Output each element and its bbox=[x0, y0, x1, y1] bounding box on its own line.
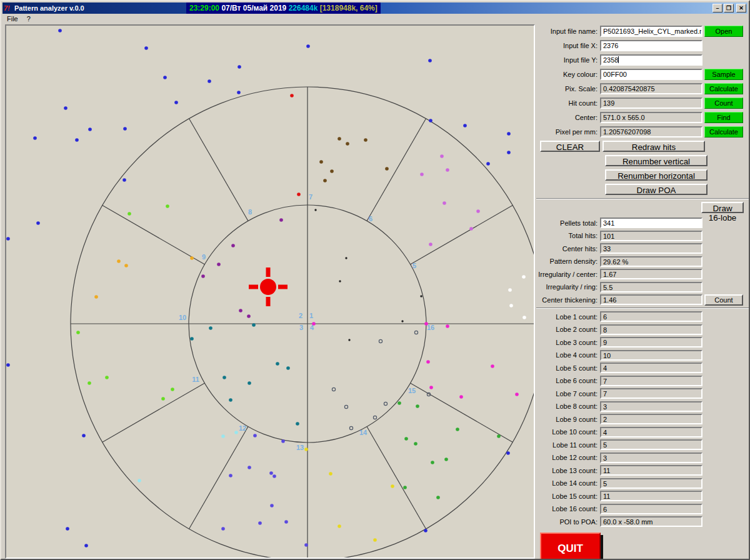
calculate-button-pix-scale[interactable]: Calculate bbox=[704, 83, 743, 94]
hit-dot bbox=[252, 323, 256, 327]
field-label-lobe-11-count: Lobe 11 count: bbox=[536, 441, 600, 449]
hit-dot bbox=[332, 388, 335, 391]
redraw-hits-button[interactable]: Redraw hits bbox=[602, 141, 705, 152]
field-value-lobe-3-count: 9 bbox=[600, 337, 702, 348]
field-value-lobe-2-count: 8 bbox=[600, 324, 702, 335]
hit-dot bbox=[138, 479, 141, 482]
field-value-lobe-7-count: 7 bbox=[600, 388, 702, 399]
hit-dot bbox=[33, 136, 37, 140]
count-button-hit-count[interactable]: Count bbox=[704, 98, 743, 109]
hit-dot bbox=[314, 209, 316, 211]
sector-line-30 bbox=[411, 206, 513, 265]
sector-line-210 bbox=[102, 383, 205, 442]
hit-dot bbox=[379, 339, 382, 342]
field-row-lobe-5-count: Lobe 5 count:4 bbox=[536, 362, 749, 373]
hit-dot bbox=[330, 169, 334, 173]
hit-dot bbox=[486, 162, 490, 166]
lobe-label-3: 3 bbox=[299, 324, 303, 331]
dot-group-teal-center3 bbox=[190, 323, 299, 426]
count-button-center-thickening[interactable]: Count bbox=[704, 294, 743, 306]
field-value-pellets-total[interactable]: 341 bbox=[600, 218, 702, 228]
lobe-label-10: 10 bbox=[179, 314, 186, 321]
poa-cross-arm bbox=[249, 285, 258, 289]
minimize-button[interactable]: – bbox=[712, 4, 722, 12]
draw-16-lobe-button[interactable]: Draw 16-lobe bbox=[701, 202, 744, 213]
hit-dot bbox=[190, 256, 194, 260]
hit-dot bbox=[364, 138, 368, 142]
field-value-key-colour[interactable]: 00FF00 bbox=[600, 69, 702, 80]
menu-help[interactable]: ? bbox=[22, 14, 35, 23]
hit-dot bbox=[446, 324, 449, 328]
hit-dot bbox=[163, 76, 167, 79]
close-button[interactable]: ✕ bbox=[736, 4, 746, 12]
maximize-button[interactable]: ❐ bbox=[724, 4, 734, 12]
sample-button-key-colour[interactable]: Sample bbox=[704, 69, 743, 80]
hit-dot bbox=[222, 376, 226, 379]
hit-dot bbox=[391, 484, 394, 488]
field-label-input-file-name: Input file name: bbox=[536, 28, 600, 35]
field-value-center: 571.0 x 565.0 bbox=[600, 112, 702, 123]
hit-dot bbox=[64, 106, 68, 110]
field-value-input-file-name[interactable]: P5021693_Helix_CYL_marked.raw bbox=[600, 26, 702, 37]
button-row-renumber-horizontal-button: Renumber horizontal bbox=[536, 169, 749, 181]
field-label-lobe-4-count: Lobe 4 count: bbox=[536, 351, 600, 359]
hit-dot bbox=[424, 529, 428, 532]
field-value-input-file-x[interactable]: 2376 bbox=[600, 40, 702, 51]
field-label-lobe-8-count: Lobe 8 count: bbox=[536, 402, 600, 410]
field-row-lobe-8-count: Lobe 8 count:3 bbox=[536, 401, 749, 412]
field-value-lobe-8-count: 3 bbox=[600, 401, 702, 412]
renumber-horizontal-button[interactable]: Renumber horizontal bbox=[605, 169, 708, 181]
field-value-pattern-density: 29.62 % bbox=[600, 256, 702, 267]
field-label-lobe-3-count: Lobe 3 count: bbox=[536, 339, 600, 346]
menu-bar: File ? bbox=[2, 14, 748, 24]
hit-dot bbox=[128, 212, 131, 216]
dot-group-purple-lobe9 bbox=[201, 218, 283, 318]
lobe-label-16: 16 bbox=[427, 324, 434, 331]
hit-dot bbox=[36, 221, 40, 225]
find-button-center[interactable]: Find bbox=[704, 112, 743, 123]
dot-group-yellow-lobe14 bbox=[304, 448, 394, 542]
hit-dot bbox=[414, 331, 418, 334]
poa-cross-arm bbox=[278, 285, 288, 289]
field-row-lobe-11-count: Lobe 11 count:5 bbox=[536, 439, 749, 450]
field-value-input-file-y[interactable]: 2358 bbox=[600, 54, 702, 66]
hit-dot bbox=[420, 295, 422, 297]
lobe-label-8: 8 bbox=[248, 208, 252, 216]
dot-group-green-lobe15 bbox=[398, 401, 501, 499]
menu-file[interactable]: File bbox=[2, 14, 22, 23]
hit-dot bbox=[6, 237, 10, 241]
renumber-vertical-button[interactable]: Renumber vertical bbox=[605, 155, 708, 166]
hit-dot bbox=[348, 339, 350, 341]
hit-dot bbox=[463, 124, 467, 128]
hit-dot bbox=[459, 395, 463, 399]
lobe-label-6: 6 bbox=[369, 215, 372, 222]
clock-date-text: 07/Вт 05/май 2019 bbox=[221, 4, 286, 12]
field-value-pix-scale: 0.420875420875 bbox=[600, 83, 702, 94]
hit-dot bbox=[304, 448, 308, 451]
dot-group-orange-lobe9 bbox=[94, 256, 194, 299]
field-label-lobe-1-count: Lobe 1 count: bbox=[536, 313, 600, 321]
pattern-plot[interactable]: 12345678910111213141516 bbox=[5, 24, 535, 559]
field-label-poi-to-poa: POI to POA: bbox=[536, 518, 600, 526]
draw-poa-button[interactable]: Draw POA bbox=[605, 184, 708, 195]
calculate-button-pixel-per-mm[interactable]: Calculate bbox=[704, 126, 743, 138]
hit-dot bbox=[384, 402, 387, 405]
hit-dot bbox=[416, 404, 419, 408]
quit-button[interactable]: QUIT bbox=[540, 532, 601, 560]
stats-section: Pellets total:341Total hits:101Center hi… bbox=[536, 218, 749, 305]
field-row-lobe-3-count: Lobe 3 count:9 bbox=[536, 337, 749, 348]
target-diagram: 12345678910111213141516 bbox=[6, 26, 534, 558]
field-label-lobe-6-count: Lobe 6 count: bbox=[536, 377, 600, 384]
clear-button[interactable]: CLEAR bbox=[540, 141, 600, 152]
outer-ring-circle bbox=[71, 87, 534, 558]
hit-dot bbox=[385, 167, 389, 171]
sector-line-240 bbox=[189, 427, 249, 529]
hit-dot bbox=[229, 474, 232, 478]
open-button-input-file-name[interactable]: Open bbox=[704, 26, 743, 37]
field-label-pix-scale: Pix. Scale: bbox=[536, 85, 600, 92]
hit-dot bbox=[209, 326, 212, 330]
hit-dot bbox=[239, 309, 242, 312]
field-row-input-file-x: Input file X:2376 bbox=[536, 40, 749, 51]
field-value-lobe-6-count: 7 bbox=[600, 376, 702, 386]
field-value-lobe-1-count: 6 bbox=[600, 311, 702, 322]
